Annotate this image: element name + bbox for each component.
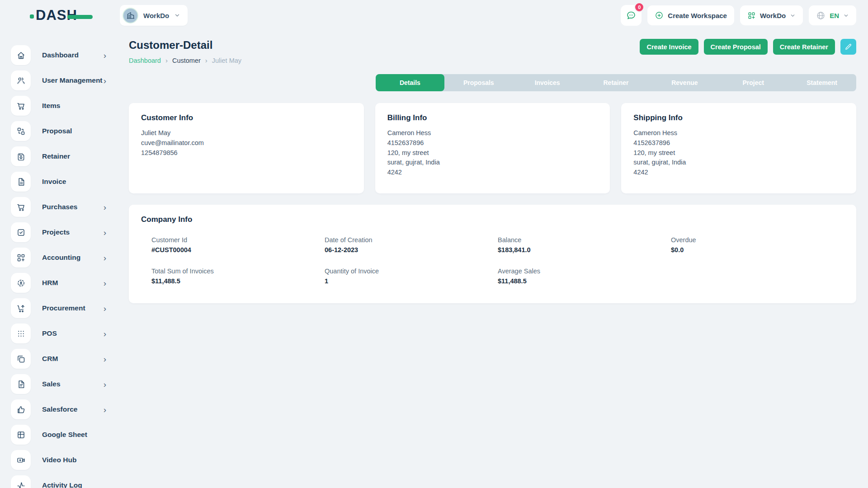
shipping-info-line: surat, gujrat, India [633, 158, 844, 168]
field-value: $11,488.5 [498, 277, 671, 285]
sidebar-item-pos[interactable]: POS › [0, 324, 120, 343]
sidebar-item-label: CRM [42, 355, 58, 363]
tab-proposals[interactable]: Proposals [444, 74, 513, 91]
card-title: Company Info [141, 215, 844, 224]
field-label: Overdue [671, 236, 844, 244]
breadcrumb: Dashboard Customer Juliet May [129, 56, 241, 64]
tab-project[interactable]: Project [719, 74, 788, 91]
sidebar-item-sales[interactable]: Sales › [0, 374, 120, 394]
app-logo[interactable]: DASH [30, 7, 93, 23]
chevron-right-icon: › [104, 76, 106, 85]
sidebar-item-projects[interactable]: Projects › [0, 222, 120, 242]
create-workspace-label: Create Workspace [668, 12, 727, 19]
billing-info-line: 120, my street [387, 148, 598, 158]
messages-button[interactable]: 0 [621, 5, 642, 26]
sidebar-item-proposal[interactable]: Proposal [0, 121, 120, 141]
field-balance: Balance $183,841.0 [498, 236, 671, 253]
thumb-up-icon [11, 399, 31, 419]
plus-circle-icon [655, 11, 664, 20]
top-bar: DASH WorkDo 0 Create Workspace WorkDo EN [0, 0, 868, 26]
grid-plus-icon [11, 248, 31, 267]
table-icon [11, 425, 31, 445]
tab-revenue[interactable]: Revenue [650, 74, 719, 91]
globe-icon [816, 11, 826, 20]
sidebar-item-label: Items [42, 102, 61, 110]
card-title: Shipping Info [633, 113, 844, 122]
company-info-card: Company Info Customer Id #CUST00004 Date… [129, 205, 856, 303]
tab-details[interactable]: Details [376, 74, 444, 91]
action-create-invoice[interactable]: Create Invoice [640, 39, 698, 55]
sidebar-item-retainer[interactable]: Retainer [0, 146, 120, 166]
tab-invoices[interactable]: Invoices [513, 74, 582, 91]
sidebar-item-label: User Management [42, 76, 103, 84]
messages-count-badge: 0 [634, 2, 644, 12]
field-label: Quantity of Invoice [325, 267, 498, 275]
chevron-right-icon: › [104, 405, 106, 414]
field-average-sales: Average Sales $11,488.5 [498, 267, 671, 285]
card-title: Billing Info [387, 113, 598, 122]
app-menu-button[interactable]: WorkDo [740, 5, 803, 25]
copy-icon [11, 349, 31, 369]
breadcrumb-item-dashboard[interactable]: Dashboard [129, 57, 161, 64]
sidebar-item-label: Activity Log [42, 481, 82, 488]
sidebar-item-procurement[interactable]: Procurement › [0, 298, 120, 318]
field-value: 06-12-2023 [325, 246, 498, 253]
sidebar-item-label: Video Hub [42, 456, 76, 464]
sidebar-item-user-management[interactable]: User Management › [0, 70, 120, 90]
workspace-name: WorkDo [143, 12, 169, 19]
breadcrumb-item-customer[interactable]: Customer [161, 56, 201, 64]
field-label: Total Sum of Invoices [151, 267, 325, 275]
create-workspace-button[interactable]: Create Workspace [647, 5, 734, 25]
field-overdue: Overdue $0.0 [671, 236, 844, 253]
tab-statement[interactable]: Statement [788, 74, 856, 91]
shipping-info-card: Shipping Info Cameron Hess 4152637896 12… [621, 103, 856, 193]
topbar-controls: 0 Create Workspace WorkDo EN [621, 5, 856, 26]
sidebar-item-video-hub[interactable]: Video Hub [0, 450, 120, 470]
customer-info-card: Customer Info Juliet May cuve@mailinator… [129, 103, 364, 193]
sidebar-item-activity-log[interactable]: Activity Log [0, 475, 120, 488]
info-cards-row: Customer Info Juliet May cuve@mailinator… [129, 103, 856, 193]
home-icon [11, 45, 31, 65]
shipping-info-line: 4242 [633, 168, 844, 178]
sidebar-item-dashboard[interactable]: Dashboard › [0, 45, 120, 65]
grid-dots-icon [11, 324, 31, 343]
chevron-right-icon: › [104, 253, 106, 262]
cart-icon [11, 96, 31, 116]
sidebar-item-purchases[interactable]: Purchases › [0, 197, 120, 217]
chevron-down-icon [790, 13, 796, 19]
page-actions: Create Invoice Create Proposal Create Re… [640, 39, 856, 55]
sidebar-item-items[interactable]: Items [0, 96, 120, 116]
action-create-retainer[interactable]: Create Retainer [773, 39, 835, 55]
customer-info-line: Juliet May [141, 128, 352, 138]
cart-arrow-icon [11, 298, 31, 318]
sidebar-item-google-sheet[interactable]: Google Sheet [0, 425, 120, 445]
transfer-icon [11, 121, 31, 141]
logo-dot [30, 14, 34, 19]
field-date-of-creation: Date of Creation 06-12-2023 [325, 236, 498, 253]
billing-info-line: 4152637896 [387, 138, 598, 148]
language-selector[interactable]: EN [809, 5, 856, 25]
sidebar-item-label: Retainer [42, 152, 70, 160]
language-code: EN [830, 12, 839, 19]
field-label: Average Sales [498, 267, 671, 275]
edit-customer-button[interactable] [840, 39, 856, 55]
detail-tabs: Details Proposals Invoices Retainer Reve… [376, 74, 856, 91]
sidebar-item-salesforce[interactable]: Salesforce › [0, 399, 120, 419]
breadcrumb-item-juliet-may[interactable]: Juliet May [201, 56, 241, 64]
workspace-selector[interactable]: WorkDo [120, 5, 188, 26]
sidebar-item-accounting[interactable]: Accounting › [0, 248, 120, 267]
action-create-proposal[interactable]: Create Proposal [704, 39, 768, 55]
sidebar-item-crm[interactable]: CRM › [0, 349, 120, 369]
sidebar-item-invoice[interactable]: Invoice [0, 172, 120, 192]
sidebar-item-label: HRM [42, 279, 58, 287]
checkbox-icon [11, 222, 31, 242]
tab-retainer[interactable]: Retainer [582, 74, 651, 91]
building-icon [126, 11, 135, 20]
chevron-right-icon: › [104, 355, 106, 363]
activity-icon [11, 475, 31, 488]
sidebar-item-hrm[interactable]: HRM › [0, 273, 120, 293]
sidebar-item-label: Salesforce [42, 405, 77, 413]
shipping-info-line: Cameron Hess [633, 128, 844, 138]
sidebar-item-label: Purchases [42, 203, 77, 211]
field-label: Balance [498, 236, 671, 244]
